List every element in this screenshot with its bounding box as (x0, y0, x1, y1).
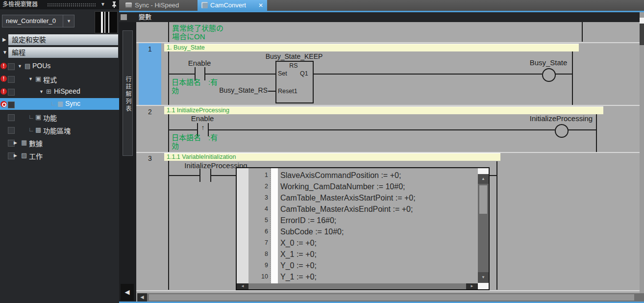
wire (205, 74, 275, 75)
editor-vscrollbar-track[interactable] (640, 12, 644, 293)
pin-icon[interactable] (111, 1, 117, 10)
coil-initialize-processing[interactable] (555, 124, 569, 138)
st-line-number: 1 (248, 170, 268, 181)
status-checkbox[interactable] (8, 127, 15, 134)
scroll-up-button[interactable]: ▲ (478, 174, 489, 184)
st-code-line[interactable]: SlaveAxisCommandPosition := +0; (280, 170, 401, 181)
wire (555, 74, 572, 75)
tree-item-functions[interactable]: ∟ ▣ 功能 (0, 111, 119, 124)
rung1-header[interactable]: 1. Busy_State (164, 44, 579, 51)
tree-item-label[interactable]: Sync (65, 100, 80, 107)
tree-item-label[interactable]: HiSpeed (54, 87, 80, 95)
chevron-down-icon[interactable]: ▼ (100, 1, 105, 7)
expanded-arrow-icon[interactable]: ▼ (2, 50, 7, 55)
tree-item-pous[interactable]: ! ▼ ▤ POUs (0, 60, 119, 73)
st-code-line[interactable]: CamTable_MasterAxisStartPoint := +0; (280, 192, 416, 203)
editor-hscrollbar-thumb[interactable] (149, 294, 634, 301)
st-vscrollbar-thumb[interactable] (479, 185, 487, 214)
variables-bar-label: 變數 (139, 12, 151, 22)
tab-label[interactable]: CamConvert (210, 0, 246, 11)
st-code-line[interactable]: Working_CamDataNumber := 10#0; (280, 181, 405, 192)
collapsed-arrow-icon[interactable]: ▶ (2, 37, 6, 42)
editor-vscrollbar-thumb[interactable] (640, 24, 644, 45)
tree-item-label[interactable]: POUs (32, 62, 50, 70)
rung3-header[interactable]: 1.1.1 VariableInitialization (164, 153, 500, 161)
wire (490, 175, 497, 176)
tree-item-hispeed[interactable]: ! ▼ ⊞ HiSpeed (0, 85, 119, 98)
status-checkbox[interactable] (8, 101, 15, 108)
st-code-line[interactable]: CamTable_MasterAxisEndPoint := +0; (280, 203, 413, 215)
data-table-icon: ▦ (21, 139, 27, 146)
wire (169, 129, 197, 130)
program-folder-icon: ▣ (35, 75, 41, 82)
tree-item-function-blocks[interactable]: ∟ ▩ 功能區塊 (0, 124, 119, 136)
coil-busy-state[interactable] (542, 68, 556, 82)
st-code-line[interactable]: ErrorID := 16#0; (280, 215, 336, 226)
variables-bar[interactable] (119, 12, 644, 22)
st-line-number: 8 (248, 249, 268, 260)
expanded-arrow-icon[interactable]: ▼ (18, 64, 22, 69)
st-gutter-divider (270, 168, 271, 283)
st-line-number: 10 (248, 271, 268, 282)
tree-item-data[interactable]: ▶ ▦ 數據 (0, 136, 119, 149)
st-code-line[interactable]: X_1 := +0; (280, 249, 317, 260)
expanded-arrow-icon[interactable]: ▼ (28, 76, 33, 81)
left-power-rail (168, 114, 169, 152)
reset-variable-label[interactable]: Busy_State_RS (211, 86, 268, 94)
section-configuration[interactable]: ▶ 設定和安裝 (0, 34, 119, 45)
tree-item-label[interactable]: 程式 (43, 75, 57, 84)
wire (268, 91, 275, 92)
collapsed-arrow-icon[interactable]: ▶ (14, 153, 17, 158)
scroll-down-button[interactable]: ▼ (478, 272, 489, 283)
wire (568, 129, 596, 130)
scroll-left-button[interactable]: ◄ (137, 293, 147, 302)
title-dots-texture (47, 3, 96, 7)
expanded-arrow-icon[interactable]: ▼ (39, 89, 44, 94)
status-checkbox[interactable] (8, 76, 15, 83)
tree-item-label[interactable]: 功能區塊 (43, 126, 71, 135)
section-programming[interactable]: ▼ 編程 (0, 47, 119, 58)
error-ring-icon (2, 102, 6, 107)
tree-item-label[interactable]: 工作 (29, 151, 43, 161)
tab-label[interactable]: Sync - HiSpeed (135, 0, 179, 11)
status-checkbox[interactable] (8, 114, 15, 121)
close-icon[interactable]: ✕ (258, 0, 263, 11)
st-margin-column (237, 168, 248, 283)
section-programming-label[interactable]: 編程 (8, 47, 118, 58)
controller-selector-arrow-icon[interactable]: ▼ (63, 15, 74, 27)
status-checkbox[interactable] (8, 89, 15, 96)
section-configuration-label[interactable]: 設定和安裝 (8, 34, 118, 45)
tree-item-label[interactable]: 數據 (29, 138, 43, 148)
right-power-rail (496, 161, 497, 290)
rung0-comment: 異常終了状態の 場合にON (172, 24, 223, 41)
status-checkbox[interactable] (8, 63, 15, 70)
contact-initialize-processing[interactable] (199, 169, 200, 182)
tab-sync-hispeed[interactable]: Sync - HiSpeed (122, 0, 197, 11)
collapse-panel-button[interactable]: ◀ (121, 284, 134, 301)
collapsed-arrow-icon[interactable]: ▶ (14, 140, 17, 145)
variables-bar-corner (121, 14, 127, 20)
st-hscrollbar-track[interactable] (248, 283, 466, 289)
tree-item-sync[interactable]: ∟ ▦ Sync (0, 98, 119, 110)
tab-line-comment-list[interactable]: 行註解列表 (123, 30, 133, 156)
rung2-number[interactable]: 2 (139, 108, 161, 116)
scroll-left-button[interactable]: ◄ (237, 283, 248, 289)
rung3-number[interactable]: 3 (139, 154, 161, 162)
fb-instance-name: Busy_State_KEEP (255, 52, 333, 60)
tree-item-programs[interactable]: ! ▼ ▣ 程式 (0, 73, 119, 85)
left-power-rail (168, 161, 169, 290)
st-code-line[interactable]: Y_1 := +0; (280, 271, 317, 282)
tree-item-tasks[interactable]: ▶ ▨ 工作 (0, 149, 119, 162)
function-block-icon: ▩ (35, 126, 41, 133)
tree-item-label[interactable]: 功能 (43, 113, 57, 123)
st-code-line[interactable]: X_0 := +0; (280, 237, 317, 249)
scrollbar-corner (478, 168, 489, 174)
tab-camconvert[interactable]: CamConvert ✕ (198, 0, 267, 11)
st-code-line[interactable]: Y_0 := +0; (280, 260, 317, 271)
rung1-number[interactable]: 1 (139, 45, 161, 53)
rung2-header[interactable]: 1.1 InitializeProcessing (164, 106, 603, 114)
st-code-line[interactable]: SubCode := 10#0; (280, 226, 344, 237)
tree-branch-icon: ∟ (50, 100, 56, 107)
contact-label: Enable (175, 59, 224, 67)
scroll-right-button[interactable]: ► (466, 283, 478, 289)
